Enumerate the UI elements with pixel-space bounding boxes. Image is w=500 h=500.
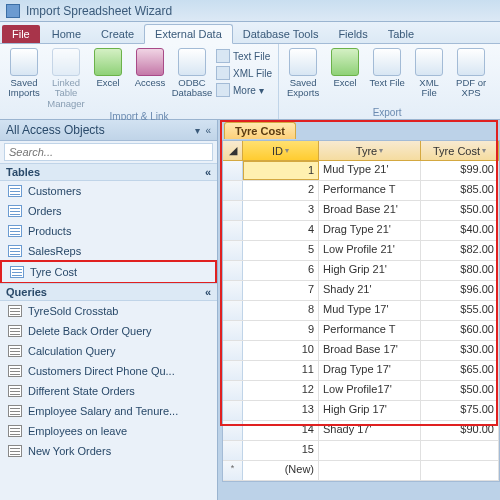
table-row[interactable]: 13High Grip 17'$75.00 bbox=[223, 401, 499, 421]
table-row[interactable]: 2Performance T$85.00 bbox=[223, 181, 499, 201]
row-header[interactable] bbox=[223, 341, 243, 360]
tab-table[interactable]: Table bbox=[378, 25, 424, 43]
cell-id[interactable]: 2 bbox=[243, 181, 319, 200]
row-header[interactable] bbox=[223, 361, 243, 380]
nav-table-item[interactable]: Products bbox=[0, 221, 217, 241]
nav-table-item[interactable]: Orders bbox=[0, 201, 217, 221]
new-row-cost[interactable] bbox=[421, 461, 499, 480]
cell-tyre[interactable]: Mud Type 21' bbox=[319, 161, 421, 180]
table-row[interactable]: 3Broad Base 21'$50.00 bbox=[223, 201, 499, 221]
cell-id[interactable]: 5 bbox=[243, 241, 319, 260]
cell-tyre[interactable]: Broad Base 21' bbox=[319, 201, 421, 220]
row-header[interactable] bbox=[223, 301, 243, 320]
table-row[interactable]: 12Low Profile17'$50.00 bbox=[223, 381, 499, 401]
export-xml-file-button[interactable]: XML File bbox=[409, 46, 449, 101]
cell-cost[interactable]: $65.00 bbox=[421, 361, 499, 380]
search-input[interactable] bbox=[4, 143, 213, 161]
cell-id[interactable]: 12 bbox=[243, 381, 319, 400]
nav-category-tables[interactable]: Tables« bbox=[0, 163, 217, 181]
row-header[interactable] bbox=[223, 421, 243, 440]
import-access-button[interactable]: Access bbox=[130, 46, 170, 111]
dropdown-icon[interactable]: ▾ bbox=[379, 146, 383, 155]
odbc-database-button[interactable]: ODBC Database bbox=[172, 46, 212, 111]
table-row[interactable]: 1Mud Type 21'$99.00 bbox=[223, 161, 499, 181]
cell-id[interactable]: 10 bbox=[243, 341, 319, 360]
nav-query-item[interactable]: Calculation Query bbox=[0, 341, 217, 361]
row-header[interactable] bbox=[223, 181, 243, 200]
row-header[interactable] bbox=[223, 161, 243, 180]
cell-tyre[interactable]: Shady 21' bbox=[319, 281, 421, 300]
nav-query-item[interactable]: Customers Direct Phone Qu... bbox=[0, 361, 217, 381]
column-header-tyre[interactable]: Tyre▾ bbox=[319, 141, 421, 160]
row-header[interactable] bbox=[223, 201, 243, 220]
cell-id[interactable]: 4 bbox=[243, 221, 319, 240]
nav-query-item[interactable]: New York Orders bbox=[0, 441, 217, 461]
cell-tyre[interactable]: Performance T bbox=[319, 181, 421, 200]
cell-tyre[interactable] bbox=[319, 441, 421, 460]
cell-cost[interactable]: $40.00 bbox=[421, 221, 499, 240]
tab-create[interactable]: Create bbox=[91, 25, 144, 43]
table-row[interactable]: 9Performance T$60.00 bbox=[223, 321, 499, 341]
import-more-button[interactable]: More ▾ bbox=[214, 82, 274, 98]
nav-query-item[interactable]: Employee Salary and Tenure... bbox=[0, 401, 217, 421]
document-tab[interactable]: Tyre Cost bbox=[224, 122, 296, 139]
cell-cost[interactable]: $85.00 bbox=[421, 181, 499, 200]
cell-cost[interactable]: $55.00 bbox=[421, 301, 499, 320]
tab-external-data[interactable]: External Data bbox=[144, 24, 233, 44]
cell-id[interactable]: 14 bbox=[243, 421, 319, 440]
cell-id[interactable]: 13 bbox=[243, 401, 319, 420]
nav-query-item[interactable]: Employees on leave bbox=[0, 421, 217, 441]
saved-imports-button[interactable]: Saved Imports bbox=[4, 46, 44, 111]
table-row[interactable]: 5Low Profile 21'$82.00 bbox=[223, 241, 499, 261]
cell-cost[interactable]: $50.00 bbox=[421, 201, 499, 220]
table-row[interactable]: 15 bbox=[223, 441, 499, 461]
export-excel-button[interactable]: Excel bbox=[325, 46, 365, 101]
cell-tyre[interactable]: High Grip 21' bbox=[319, 261, 421, 280]
cell-tyre[interactable]: Low Profile17' bbox=[319, 381, 421, 400]
cell-tyre[interactable]: Mud Type 17' bbox=[319, 301, 421, 320]
nav-table-item[interactable]: SalesReps bbox=[0, 241, 217, 261]
cell-cost[interactable]: $50.00 bbox=[421, 381, 499, 400]
table-row[interactable]: 11Drag Type 17'$65.00 bbox=[223, 361, 499, 381]
cell-tyre[interactable]: Performance T bbox=[319, 321, 421, 340]
cell-tyre[interactable]: Shady 17' bbox=[319, 421, 421, 440]
cell-id[interactable]: 1 bbox=[243, 161, 319, 180]
cell-tyre[interactable]: High Grip 17' bbox=[319, 401, 421, 420]
nav-query-item[interactable]: TyreSold Crosstab bbox=[0, 301, 217, 321]
linked-table-manager-button[interactable]: Linked Table Manager bbox=[46, 46, 86, 111]
cell-id[interactable]: 6 bbox=[243, 261, 319, 280]
table-row[interactable]: 10Broad Base 17'$30.00 bbox=[223, 341, 499, 361]
tab-file[interactable]: File bbox=[2, 25, 40, 43]
cell-id[interactable]: 8 bbox=[243, 301, 319, 320]
column-header-id[interactable]: ID▾ bbox=[243, 141, 319, 160]
cell-tyre[interactable]: Drag Type 21' bbox=[319, 221, 421, 240]
cell-cost[interactable]: $30.00 bbox=[421, 341, 499, 360]
saved-exports-button[interactable]: Saved Exports bbox=[283, 46, 323, 101]
table-row[interactable]: 4Drag Type 21'$40.00 bbox=[223, 221, 499, 241]
cell-tyre[interactable]: Drag Type 17' bbox=[319, 361, 421, 380]
tab-fields[interactable]: Fields bbox=[328, 25, 377, 43]
row-header[interactable] bbox=[223, 241, 243, 260]
cell-cost[interactable]: $60.00 bbox=[421, 321, 499, 340]
new-row[interactable]: * (New) bbox=[223, 461, 499, 481]
export-text-file-button[interactable]: Text File bbox=[367, 46, 407, 101]
tab-database-tools[interactable]: Database Tools bbox=[233, 25, 329, 43]
tab-home[interactable]: Home bbox=[42, 25, 91, 43]
table-row[interactable]: 7Shady 21'$96.00 bbox=[223, 281, 499, 301]
new-row-tyre[interactable] bbox=[319, 461, 421, 480]
nav-table-item[interactable]: Customers bbox=[0, 181, 217, 201]
row-header[interactable] bbox=[223, 381, 243, 400]
cell-id[interactable]: 11 bbox=[243, 361, 319, 380]
row-header[interactable] bbox=[223, 281, 243, 300]
cell-id[interactable]: 3 bbox=[243, 201, 319, 220]
cell-id[interactable]: 9 bbox=[243, 321, 319, 340]
select-all-cell[interactable]: ◢ bbox=[223, 141, 243, 160]
table-row[interactable]: 6High Grip 21'$80.00 bbox=[223, 261, 499, 281]
cell-tyre[interactable]: Broad Base 17' bbox=[319, 341, 421, 360]
cell-cost[interactable]: $80.00 bbox=[421, 261, 499, 280]
dropdown-icon[interactable]: ▾ bbox=[482, 146, 486, 155]
import-text-file-button[interactable]: Text File bbox=[214, 48, 274, 64]
cell-cost[interactable]: $96.00 bbox=[421, 281, 499, 300]
table-row[interactable]: 14Shady 17'$90.00 bbox=[223, 421, 499, 441]
cell-id[interactable]: 15 bbox=[243, 441, 319, 460]
